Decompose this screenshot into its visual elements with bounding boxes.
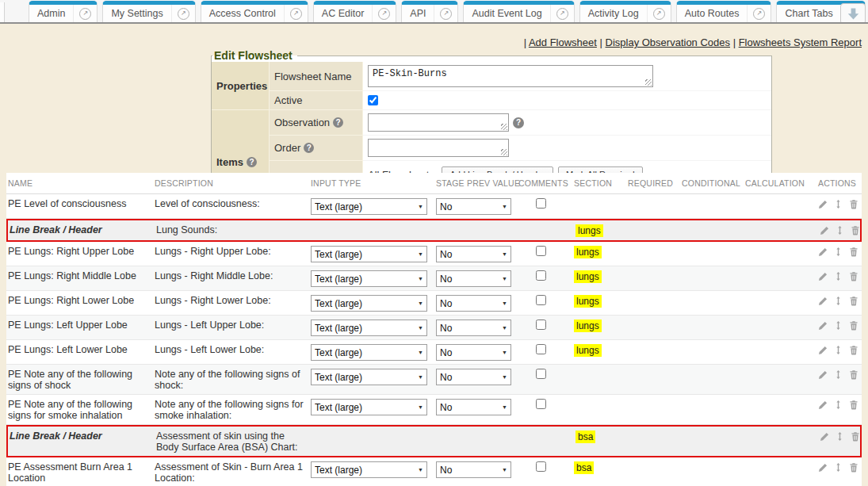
help-icon[interactable]: ?: [333, 117, 343, 128]
pencil-icon[interactable]: [818, 400, 828, 410]
help-icon[interactable]: ?: [513, 117, 524, 128]
item-description-cell: Lungs - Right Lower Lobe:: [153, 291, 309, 309]
open-new-window-icon[interactable]: ↗: [550, 5, 574, 22]
open-new-window-icon[interactable]: ↗: [747, 5, 770, 22]
help-icon[interactable]: ?: [247, 157, 257, 167]
stage-prev-value-select[interactable]: No: [436, 369, 511, 385]
open-new-window-glyph: ↗: [753, 8, 765, 20]
trash-icon[interactable]: [851, 431, 860, 442]
observation-input[interactable]: [368, 113, 509, 132]
stage-prev-value-select[interactable]: No: [436, 344, 511, 361]
move-vertical-icon[interactable]: [834, 247, 843, 257]
trash-icon[interactable]: [849, 199, 858, 209]
comments-checkbox[interactable]: [536, 461, 546, 472]
open-new-window-icon[interactable]: ↗: [171, 5, 195, 22]
pencil-icon[interactable]: [818, 199, 828, 209]
calculation-cell: [744, 266, 816, 274]
stage-prev-value-select[interactable]: No: [436, 270, 511, 287]
move-vertical-icon[interactable]: [834, 462, 843, 473]
comments-checkbox[interactable]: [536, 198, 546, 209]
column-header-section: SECTION: [572, 178, 626, 188]
comments-checkbox[interactable]: [536, 246, 546, 256]
actions-cell: [816, 457, 863, 476]
move-vertical-icon[interactable]: [835, 225, 844, 235]
open-new-window-icon[interactable]: ↗: [284, 5, 308, 22]
pencil-icon[interactable]: [818, 462, 828, 473]
comments-checkbox[interactable]: [536, 295, 546, 305]
header-link-add-flowsheet[interactable]: Add Flowsheet: [529, 36, 597, 48]
move-vertical-icon[interactable]: [834, 271, 843, 281]
active-checkbox[interactable]: [368, 95, 378, 105]
comments-checkbox[interactable]: [536, 344, 546, 354]
move-vertical-icon[interactable]: [834, 320, 843, 331]
calculation-cell: [744, 365, 816, 372]
comments-checkbox[interactable]: [536, 369, 546, 379]
input-type-select[interactable]: Text (large): [311, 399, 427, 415]
input-type-select[interactable]: Text (large): [311, 246, 427, 262]
move-vertical-icon[interactable]: [835, 431, 844, 442]
pencil-icon[interactable]: [820, 225, 829, 235]
pencil-icon[interactable]: [818, 271, 828, 281]
comments-checkbox[interactable]: [536, 399, 546, 409]
trash-icon[interactable]: [849, 320, 858, 331]
nav-tab-access-control[interactable]: Access Control↗: [201, 1, 308, 22]
stage-prev-value-select[interactable]: No: [436, 295, 511, 312]
nav-tab-activity-log[interactable]: Activity Log↗: [579, 1, 671, 22]
section-cell: lungs: [572, 242, 626, 262]
trash-icon[interactable]: [849, 345, 858, 355]
open-new-window-icon[interactable]: ↗: [372, 5, 396, 22]
stage-prev-value-select[interactable]: No: [436, 198, 511, 215]
nav-tab-admin[interactable]: Admin↗: [29, 1, 98, 22]
input-type-select[interactable]: Text (large): [311, 295, 427, 312]
stage-prev-value-select[interactable]: No: [436, 246, 511, 262]
stage-prev-value-select[interactable]: No: [436, 461, 511, 478]
flowsheet-name-input[interactable]: PE-Skin-Burns: [368, 65, 653, 87]
input-type-select[interactable]: Text (large): [311, 198, 427, 215]
move-vertical-icon[interactable]: [834, 199, 843, 209]
trash-icon[interactable]: [849, 462, 858, 473]
trash-icon[interactable]: [849, 296, 858, 306]
nav-tab-audit-event-log[interactable]: Audit Event Log↗: [463, 1, 574, 22]
pencil-icon[interactable]: [818, 247, 828, 257]
input-type-cell: Text (large)▼: [309, 266, 434, 290]
header-link-flowsheets-system-report[interactable]: Flowsheets System Report: [739, 36, 862, 48]
input-type-select[interactable]: Text (large): [311, 270, 427, 287]
move-vertical-icon[interactable]: [834, 369, 843, 380]
nav-tab-api[interactable]: API↗: [401, 1, 458, 22]
help-icon[interactable]: ?: [304, 143, 314, 153]
pencil-icon[interactable]: [820, 431, 829, 442]
header-link-display-observation-codes[interactable]: Display Observation Codes: [606, 36, 731, 48]
open-new-window-icon[interactable]: ↗: [647, 5, 671, 22]
move-vertical-icon[interactable]: [834, 345, 843, 355]
flowsheet-header-links: | Add Flowsheet | Display Observation Co…: [524, 36, 862, 48]
trash-icon[interactable]: [849, 247, 858, 257]
move-vertical-icon[interactable]: [834, 400, 843, 410]
trash-icon[interactable]: [851, 225, 860, 235]
comments-checkbox[interactable]: [536, 320, 546, 330]
input-type-select[interactable]: Text (large): [311, 320, 427, 336]
trash-icon[interactable]: [849, 400, 858, 410]
comments-checkbox[interactable]: [536, 270, 546, 281]
move-vertical-icon[interactable]: [834, 296, 843, 306]
flowsheet-items-table: NAMEDESCRIPTIONINPUT TYPESTAGE PREV VALU…: [6, 173, 862, 486]
nav-tab-my-settings[interactable]: My Settings↗: [102, 1, 195, 22]
stage-prev-value-select[interactable]: No: [436, 399, 511, 415]
tab-scroll-down-button[interactable]: [840, 3, 866, 24]
pencil-icon[interactable]: [818, 296, 828, 306]
pencil-icon[interactable]: [818, 369, 828, 380]
open-new-window-icon[interactable]: ↗: [73, 5, 97, 22]
nav-tab-ac-editor[interactable]: AC Editor↗: [313, 1, 397, 22]
input-type-select[interactable]: Text (large): [311, 344, 427, 361]
pencil-icon[interactable]: [818, 345, 828, 355]
pencil-icon[interactable]: [818, 320, 828, 331]
input-type: Text (large)▼: [311, 344, 427, 361]
input-type-select[interactable]: Text (large): [311, 369, 427, 385]
input-type-select[interactable]: Text (large): [311, 461, 427, 478]
nav-tab-auto-routes[interactable]: Auto Routes↗: [676, 1, 772, 22]
order-input[interactable]: [368, 139, 509, 157]
stage-prev-value-select[interactable]: No: [436, 320, 511, 336]
open-new-window-icon[interactable]: ↗: [434, 5, 457, 22]
open-new-window-glyph: ↗: [556, 8, 568, 20]
trash-icon[interactable]: [849, 271, 858, 281]
trash-icon[interactable]: [849, 369, 858, 380]
